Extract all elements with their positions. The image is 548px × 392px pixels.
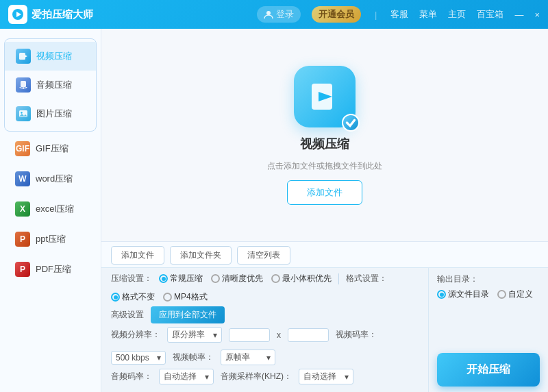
settings-row-4: 音频码率： 自动选择 ▾ 音频采样率(KHZ)： 自动选择 ▾ <box>111 369 419 384</box>
audio-compress-icon <box>16 77 31 93</box>
video-res-label: 视频分辨率： <box>111 329 160 341</box>
main-container: 视频压缩 音频压缩 图片压缩 GIF GIF压缩 W word压缩 <box>0 29 548 392</box>
custom-dir-radio-dot <box>497 290 506 299</box>
video-compress-icon <box>16 49 31 64</box>
audio-rate-label: 音频码率： <box>111 371 152 382</box>
video-rate-select[interactable]: 500 kbps ▾ <box>111 351 166 365</box>
source-dir-radio-dot <box>437 290 446 299</box>
add-folder-button[interactable]: 添加文件夹 <box>170 246 232 265</box>
output-dir-radio-group: 源文件目录 自定义 <box>437 289 540 300</box>
clear-list-button[interactable]: 清空列表 <box>237 246 290 265</box>
smallest-radio-dot <box>271 274 280 283</box>
audio-sample-select[interactable]: 自动选择 ▾ <box>299 369 353 384</box>
settings-row-2: 高级设置 应用到全部文件 <box>111 306 419 323</box>
custom-dir-option[interactable]: 自定义 <box>497 289 533 300</box>
video-fps-label: 视频帧率： <box>173 352 214 363</box>
sidebar-item-word[interactable]: W word压缩 <box>4 164 97 193</box>
add-file-toolbar-button[interactable]: 添加文件 <box>111 246 164 265</box>
toolbox-button[interactable]: 百宝箱 <box>477 8 503 21</box>
output-dir-section: 输出目录： 源文件目录 自定义 <box>437 273 540 300</box>
source-dir-option[interactable]: 源文件目录 <box>437 289 489 300</box>
format-keep-option[interactable]: 格式不变 <box>111 291 155 303</box>
svg-point-2 <box>266 11 271 15</box>
clarity-radio-dot <box>211 274 220 283</box>
close-button[interactable]: × <box>534 10 540 20</box>
excel-compress-icon: X <box>15 201 30 217</box>
format-label: 格式设置： <box>346 273 387 284</box>
sidebar-item-excel[interactable]: X excel压缩 <box>4 195 97 223</box>
sidebar-item-audio-label: 音频压缩 <box>36 79 72 91</box>
sidebar-item-excel-label: excel压缩 <box>36 203 74 215</box>
video-res-select[interactable]: 原分辨率 ▾ <box>167 327 222 343</box>
add-file-button-main[interactable]: 添加文件 <box>287 180 362 205</box>
vip-button[interactable]: 开通会员 <box>312 6 361 23</box>
divider-1 <box>338 273 339 284</box>
normal-compress-option[interactable]: 常规压缩 <box>159 273 203 284</box>
sidebar-item-ppt[interactable]: P ppt压缩 <box>4 225 97 254</box>
sidebar-item-gif[interactable]: GIF GIF压缩 <box>4 134 97 163</box>
ppt-compress-icon: P <box>15 232 30 247</box>
word-compress-icon: W <box>15 171 30 186</box>
app-name: 爱拍压缩大师 <box>32 8 93 21</box>
right-panel: 输出目录： 源文件目录 自定义 开始压缩 <box>428 268 548 392</box>
start-compress-button[interactable]: 开始压缩 <box>437 353 540 387</box>
content-area: 视频压缩 点击添加文件或拖拽文件到此处 添加文件 添加文件 添加文件夹 清空列表 <box>101 29 548 267</box>
audio-sample-label: 音频采样率(KHZ)： <box>221 371 292 382</box>
gif-compress-icon: GIF <box>15 141 30 156</box>
svg-rect-3 <box>19 53 25 60</box>
drop-zone[interactable]: 视频压缩 点击添加文件或拖拽文件到此处 添加文件 <box>101 29 548 241</box>
drop-zone-title: 视频压缩 <box>300 136 349 152</box>
customer-button[interactable]: 客服 <box>390 8 408 21</box>
bottom-toolbar: 添加文件 添加文件夹 清空列表 <box>101 241 548 267</box>
title-bar: 爱拍压缩大师 登录 开通会员 | 客服 菜单 主页 百宝箱 — × <box>0 0 548 29</box>
normal-radio-dot <box>159 274 168 283</box>
login-button[interactable]: 登录 <box>257 6 301 23</box>
settings-area: 压缩设置： 常规压缩 清晰度优先 最小体积优先 <box>101 268 428 392</box>
image-compress-icon <box>16 106 31 121</box>
svg-marker-4 <box>25 55 27 58</box>
title-nav: 登录 开通会员 | 客服 菜单 主页 百宝箱 — × <box>257 6 540 23</box>
menu-button[interactable]: 菜单 <box>419 8 437 21</box>
apply-all-button[interactable]: 应用到全部文件 <box>151 306 225 323</box>
sidebar-selected-group: 视频压缩 音频压缩 图片压缩 <box>4 38 97 132</box>
sidebar-item-image[interactable]: 图片压缩 <box>5 99 96 128</box>
x-separator: x <box>277 330 281 340</box>
sidebar-item-pdf[interactable]: P PDF压缩 <box>4 255 97 284</box>
compression-radio-group: 常规压缩 清晰度优先 最小体积优先 <box>159 273 332 284</box>
drop-zone-icon <box>294 66 356 127</box>
smallest-compress-option[interactable]: 最小体积优先 <box>271 273 332 284</box>
sidebar-item-image-label: 图片压缩 <box>36 108 72 120</box>
pdf-compress-icon: P <box>15 262 30 277</box>
home-button[interactable]: 主页 <box>448 8 466 21</box>
video-res-width-input[interactable] <box>229 328 270 342</box>
format-keep-dot <box>111 293 120 302</box>
minimize-button[interactable]: — <box>514 10 523 20</box>
video-res-height-input[interactable] <box>288 328 329 342</box>
drop-zone-badge <box>342 114 360 132</box>
mp4-radio-dot <box>163 293 172 302</box>
sidebar-item-video-label: 视频压缩 <box>36 50 72 62</box>
sidebar-item-word-label: word压缩 <box>36 173 73 185</box>
output-dir-label: 输出目录： <box>437 273 540 285</box>
svg-rect-5 <box>21 81 26 87</box>
app-logo: 爱拍压缩大师 <box>8 5 257 24</box>
sidebar-item-audio[interactable]: 音频压缩 <box>5 71 96 99</box>
settings-row-3: 视频分辨率： 原分辨率 ▾ x 视频码率： 500 kbps ▾ 视频帧率： <box>111 327 419 365</box>
svg-point-8 <box>21 112 22 113</box>
sidebar-item-video[interactable]: 视频压缩 <box>5 42 96 71</box>
compression-label: 压缩设置： <box>111 273 152 284</box>
advanced-label: 高级设置 <box>111 309 144 321</box>
clarity-compress-option[interactable]: 清晰度优先 <box>211 273 263 284</box>
sidebar-item-ppt-label: ppt压缩 <box>36 233 66 245</box>
sidebar-item-pdf-label: PDF压缩 <box>36 263 71 275</box>
sidebar: 视频压缩 音频压缩 图片压缩 GIF GIF压缩 W word压缩 <box>0 29 101 392</box>
audio-rate-select[interactable]: 自动选择 ▾ <box>159 369 214 384</box>
video-rate-label: 视频码率： <box>336 329 377 341</box>
sidebar-item-gif-label: GIF压缩 <box>36 143 68 155</box>
mp4-format-option[interactable]: MP4格式 <box>163 291 208 303</box>
video-fps-select[interactable]: 原帧率 ▾ <box>221 350 275 365</box>
logo-icon <box>8 5 27 24</box>
settings-row-1: 压缩设置： 常规压缩 清晰度优先 最小体积优先 <box>111 273 419 303</box>
format-radio-group: 格式不变 MP4格式 <box>111 291 208 303</box>
drop-zone-subtitle: 点击添加文件或拖拽文件到此处 <box>267 160 382 172</box>
